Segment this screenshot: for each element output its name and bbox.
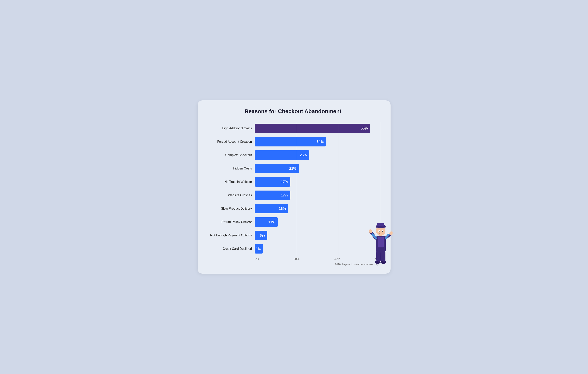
chart-row: Credit Card Declined4% [206, 242, 381, 256]
svg-rect-5 [377, 223, 384, 226]
x-axis-label: 40% [334, 257, 340, 260]
svg-rect-1 [378, 237, 384, 248]
chart-row: Complex Checkout26% [206, 148, 381, 162]
bar-value: 21% [289, 166, 296, 171]
bar: 55% [255, 124, 370, 133]
bar-label: Forced Account Creation [206, 140, 255, 144]
bar: 17% [255, 191, 290, 200]
bar-container: 34% [255, 137, 381, 146]
bar-label: Not Enough Payment Options [206, 234, 255, 237]
svg-point-8 [379, 231, 379, 232]
svg-point-21 [383, 261, 385, 262]
x-axis-labels: 0%20%40%60% [255, 257, 381, 260]
bar-label: Website Crashes [206, 194, 255, 197]
bar: 17% [255, 177, 290, 187]
chart-row: High Additional Costs55% [206, 122, 381, 135]
chart-card: Reasons for Checkout Abandonment High Ad… [198, 100, 390, 274]
bar-container: 21% [255, 164, 381, 173]
bar-label: Credit Card Declined [206, 247, 255, 250]
x-axis: 0%20%40%60% [206, 257, 381, 260]
svg-line-14 [372, 234, 376, 238]
bar-value: 26% [300, 153, 307, 157]
bar-label: Return Policy Unclear [206, 220, 255, 224]
svg-point-18 [375, 261, 380, 264]
bar-container: 6% [255, 231, 381, 240]
chart-row: Hidden Costs21% [206, 162, 381, 175]
bar-value: 16% [279, 207, 286, 211]
chart-row: No Trust in Website17% [206, 175, 381, 188]
bar-label: Hidden Costs [206, 167, 255, 170]
x-axis-label: 20% [294, 257, 299, 260]
bar-label: Complex Checkout [206, 153, 255, 157]
bar-value: 34% [316, 140, 324, 144]
bar-label: High Additional Costs [206, 126, 255, 130]
chart-row: Slow Product Delivery16% [206, 202, 381, 215]
svg-point-20 [378, 261, 380, 262]
x-axis-label: 0% [255, 257, 259, 260]
svg-point-9 [382, 231, 383, 232]
bar-container: 17% [255, 177, 381, 187]
bar-label: No Trust in Website [206, 180, 255, 184]
bar-container: 17% [255, 191, 381, 200]
chart-row: Forced Account Creation34% [206, 135, 381, 148]
svg-rect-16 [376, 251, 381, 262]
person-illustration [369, 218, 392, 262]
chart-row: Website Crashes17% [206, 188, 381, 202]
bar: 21% [255, 164, 299, 173]
bar-container: 55% [255, 124, 381, 133]
bar-container: 26% [255, 150, 381, 160]
bar: 26% [255, 150, 309, 160]
bar-value: 55% [361, 126, 368, 131]
bar-container: 4% [255, 244, 381, 254]
svg-point-19 [380, 261, 386, 264]
bar-value: 17% [281, 180, 288, 184]
bar-value: 11% [268, 220, 275, 224]
svg-rect-17 [381, 251, 385, 262]
chart-row: Not Enough Payment Options6% [206, 229, 381, 242]
source-label: 2018: baymard.com/checkout-usability [206, 263, 381, 266]
bar: 34% [255, 137, 326, 146]
bar-value: 17% [281, 193, 288, 197]
chart-title: Reasons for Checkout Abandonment [206, 108, 381, 114]
bar-value: 4% [255, 247, 261, 251]
chart-row: Return Policy Unclear11% [206, 215, 381, 229]
bar: 11% [255, 217, 278, 227]
bar-container: 11% [255, 217, 381, 227]
bar-label: Slow Product Delivery [206, 207, 255, 210]
bar-value: 6% [260, 233, 265, 238]
bar: 4% [255, 244, 263, 254]
chart-area: High Additional Costs55%Forced Account C… [206, 122, 381, 256]
bar: 6% [255, 231, 267, 240]
bar-container: 16% [255, 204, 381, 213]
bar: 16% [255, 204, 288, 213]
